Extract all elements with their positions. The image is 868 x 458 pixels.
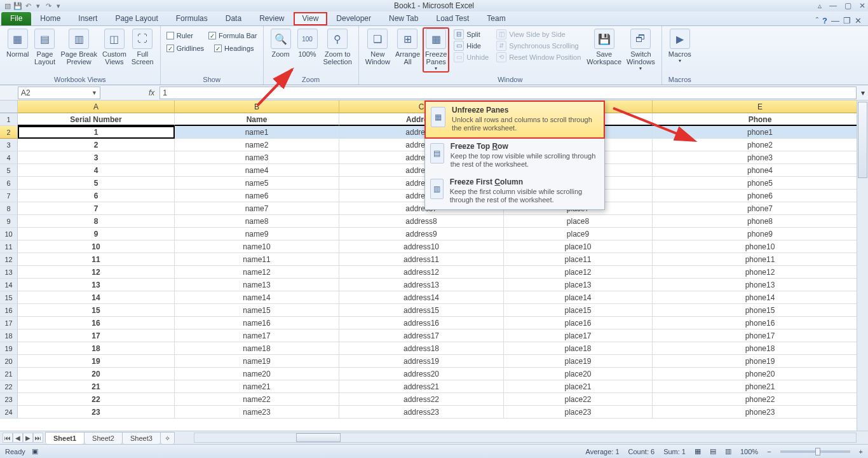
row-header-13[interactable]: 13 xyxy=(0,266,18,279)
cell[interactable]: name9 xyxy=(175,228,339,240)
page-layout-button[interactable]: ▤Page Layout xyxy=(31,27,58,66)
row-header-16[interactable]: 16 xyxy=(0,304,18,317)
cell[interactable]: 6 xyxy=(18,190,175,202)
zoom-button[interactable]: 🔍Zoom xyxy=(268,27,294,58)
cell[interactable]: name8 xyxy=(175,215,339,228)
formula-bar[interactable]: 1 xyxy=(159,87,857,99)
row-header-24[interactable]: 24 xyxy=(0,406,18,419)
switch-windows-button[interactable]: 🗗Switch Windows▾ xyxy=(624,27,658,71)
cell[interactable]: 22 xyxy=(18,393,175,406)
row-header-12[interactable]: 12 xyxy=(0,253,18,266)
cell[interactable]: address19 xyxy=(339,355,504,368)
cell[interactable]: name5 xyxy=(175,177,339,190)
cell[interactable]: phone17 xyxy=(653,330,868,342)
cell[interactable]: name4 xyxy=(175,164,339,177)
cell[interactable]: 2 xyxy=(18,139,175,151)
cell[interactable]: name19 xyxy=(175,355,339,368)
cell[interactable]: phone10 xyxy=(653,240,868,253)
cell[interactable]: name23 xyxy=(175,406,339,419)
row-header-21[interactable]: 21 xyxy=(0,368,18,380)
view-page-break-icon[interactable]: ▥ xyxy=(725,447,731,455)
view-page-layout-icon[interactable]: ▤ xyxy=(710,447,716,455)
ruler-checkbox[interactable]: Ruler xyxy=(165,30,195,41)
row-header-14[interactable]: 14 xyxy=(0,279,18,291)
cell[interactable]: place21 xyxy=(504,380,653,393)
cell[interactable]: 23 xyxy=(18,406,175,419)
cell[interactable]: place12 xyxy=(504,266,653,279)
cell[interactable]: address17 xyxy=(339,330,504,342)
zoom-level[interactable]: 100% xyxy=(740,448,758,455)
cell[interactable]: address22 xyxy=(339,393,504,406)
cell[interactable]: 13 xyxy=(18,279,175,291)
cell[interactable]: phone9 xyxy=(653,228,868,240)
cell[interactable]: phone5 xyxy=(653,177,868,190)
doc-minimize-icon[interactable]: — xyxy=(831,16,839,25)
scrollbar-thumb[interactable] xyxy=(296,433,341,442)
row-header-2[interactable]: 2 xyxy=(0,126,18,139)
cell[interactable]: phone18 xyxy=(653,342,868,355)
tab-page-layout[interactable]: Page Layout xyxy=(106,12,166,25)
column-header-A[interactable]: A xyxy=(18,101,175,113)
horizontal-scrollbar[interactable] xyxy=(194,433,857,443)
macro-record-icon[interactable]: ▣ xyxy=(32,447,38,455)
cell[interactable]: name6 xyxy=(175,190,339,202)
cell[interactable]: place22 xyxy=(504,393,653,406)
cell[interactable]: address20 xyxy=(339,368,504,380)
cell[interactable]: address8 xyxy=(339,215,504,228)
tab-home[interactable]: Home xyxy=(31,12,69,25)
cell[interactable]: place23 xyxy=(504,406,653,419)
tab-team[interactable]: Team xyxy=(478,12,514,25)
expand-formula-icon[interactable]: ▾ xyxy=(858,88,868,97)
cell[interactable]: name20 xyxy=(175,368,339,380)
row-header-5[interactable]: 5 xyxy=(0,164,18,177)
header-cell[interactable]: Phone xyxy=(653,113,868,126)
column-header-E[interactable]: E xyxy=(653,101,868,113)
cell[interactable]: place18 xyxy=(504,342,653,355)
menu-freeze-top-row[interactable]: ▤ Freeze Top RowKeep the top row visible… xyxy=(425,138,604,174)
tab-nav-last[interactable]: ⏭ xyxy=(33,433,43,443)
row-header-1[interactable]: 1 xyxy=(0,113,18,126)
cell[interactable]: place15 xyxy=(504,304,653,317)
cell[interactable]: address21 xyxy=(339,380,504,393)
cell[interactable]: phone12 xyxy=(653,266,868,279)
save-workspace-button[interactable]: 💾Save Workspace xyxy=(584,27,624,66)
cell[interactable]: 12 xyxy=(18,266,175,279)
row-header-22[interactable]: 22 xyxy=(0,380,18,393)
menu-freeze-first-column[interactable]: ▥ Freeze First ColumnKeep the first colu… xyxy=(425,174,604,209)
chevron-down-icon[interactable]: ▼ xyxy=(92,90,97,96)
cell[interactable]: name11 xyxy=(175,253,339,266)
tab-data[interactable]: Data xyxy=(217,12,250,25)
cell[interactable]: phone23 xyxy=(653,406,868,419)
zoom-selection-button[interactable]: ⚲Zoom to Selection xyxy=(321,27,355,66)
row-header-15[interactable]: 15 xyxy=(0,291,18,304)
cell[interactable]: place20 xyxy=(504,368,653,380)
cell[interactable]: name12 xyxy=(175,266,339,279)
cell[interactable]: phone6 xyxy=(653,190,868,202)
cell[interactable]: place10 xyxy=(504,240,653,253)
cell[interactable]: name18 xyxy=(175,342,339,355)
cell[interactable]: phone4 xyxy=(653,164,868,177)
cell[interactable]: name17 xyxy=(175,330,339,342)
cell[interactable]: name14 xyxy=(175,291,339,304)
cell[interactable]: 14 xyxy=(18,291,175,304)
zoom-slider[interactable] xyxy=(780,450,850,453)
cell[interactable]: phone1 xyxy=(653,126,868,139)
cell[interactable]: 3 xyxy=(18,151,175,164)
cell[interactable]: address12 xyxy=(339,266,504,279)
cell[interactable]: name10 xyxy=(175,240,339,253)
row-header-9[interactable]: 9 xyxy=(0,215,18,228)
cell[interactable]: address9 xyxy=(339,228,504,240)
normal-button[interactable]: ▦Normal xyxy=(4,27,31,58)
cell[interactable]: address11 xyxy=(339,253,504,266)
cell[interactable]: phone7 xyxy=(653,202,868,215)
tab-review[interactable]: Review xyxy=(250,12,293,25)
cell[interactable]: place9 xyxy=(504,228,653,240)
name-box[interactable]: A2▼ xyxy=(18,87,100,99)
tab-new-tab[interactable]: New Tab xyxy=(380,12,427,25)
row-header-18[interactable]: 18 xyxy=(0,330,18,342)
cell[interactable]: address10 xyxy=(339,240,504,253)
cell[interactable]: name16 xyxy=(175,317,339,330)
cell[interactable]: phone14 xyxy=(653,291,868,304)
sheet-tab-sheet1[interactable]: Sheet1 xyxy=(45,432,85,444)
page-break-button[interactable]: ▥Page Break Preview xyxy=(58,27,99,66)
